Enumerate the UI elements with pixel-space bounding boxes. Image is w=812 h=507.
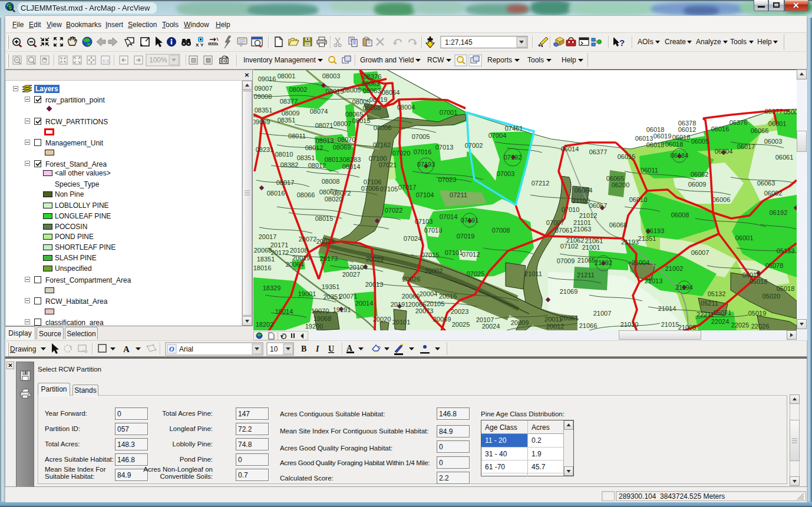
svg-text:21013: 21013 — [645, 277, 663, 284]
svg-text:05211: 05211 — [701, 300, 718, 307]
svg-text:A: A — [346, 344, 353, 353]
svg-text:06009: 06009 — [688, 181, 707, 188]
svg-text:20025: 20025 — [452, 321, 470, 328]
svg-text:07061: 07061 — [555, 227, 573, 234]
svg-text:18016: 18016 — [253, 264, 271, 271]
svg-text:08015: 08015 — [352, 117, 371, 124]
svg-text:05133: 05133 — [777, 247, 795, 254]
svg-text:20105: 20105 — [427, 300, 445, 307]
svg-text:08063: 08063 — [363, 87, 381, 94]
svg-text:U: U — [328, 344, 334, 353]
svg-text:06061: 06061 — [775, 154, 794, 161]
svg-text:20072: 20072 — [299, 236, 317, 243]
svg-text:05020: 05020 — [763, 293, 781, 300]
svg-text:08019: 08019 — [369, 96, 388, 103]
svg-text:07001: 07001 — [440, 109, 458, 116]
svg-text:08006: 08006 — [374, 124, 392, 131]
svg-text:07020: 07020 — [392, 150, 411, 157]
svg-text:08074: 08074 — [310, 108, 328, 115]
svg-text:08013: 08013 — [325, 156, 343, 163]
svg-text:06018: 06018 — [672, 134, 691, 141]
svg-text:07191: 07191 — [461, 217, 479, 224]
svg-text:08010: 08010 — [275, 151, 293, 158]
svg-text:Tools: Tools — [527, 56, 544, 64]
svg-text:20013: 20013 — [365, 281, 384, 288]
svg-text:06062: 06062 — [691, 171, 709, 178]
svg-text:07102: 07102 — [560, 243, 579, 250]
svg-text:20351: 20351 — [560, 314, 579, 322]
svg-text:21351: 21351 — [638, 235, 656, 242]
svg-text:07103: 07103 — [415, 218, 433, 225]
svg-text:08012: 08012 — [305, 144, 324, 151]
svg-text:07211: 07211 — [450, 191, 467, 198]
svg-text:20026: 20026 — [402, 276, 421, 283]
svg-text:20014: 20014 — [355, 300, 374, 307]
svg-text:A: A — [123, 344, 130, 354]
svg-text:07008: 07008 — [492, 227, 510, 234]
svg-text:06004: 06004 — [715, 148, 733, 155]
svg-text:07004: 07004 — [488, 132, 507, 139]
svg-text:22211: 22211 — [697, 311, 714, 318]
svg-text:06005: 06005 — [691, 138, 709, 145]
svg-text:20066: 20066 — [402, 293, 420, 300]
svg-text:05071: 05071 — [714, 309, 732, 316]
svg-text:08007: 08007 — [334, 120, 352, 127]
svg-text:09007: 09007 — [255, 85, 273, 92]
svg-text:08012: 08012 — [308, 162, 326, 169]
svg-text:20015: 20015 — [316, 238, 335, 245]
svg-text:21065: 21065 — [577, 257, 596, 264]
svg-text:06068: 06068 — [609, 221, 628, 228]
svg-text:08016: 08016 — [267, 190, 285, 197]
svg-text:Arial: Arial — [179, 345, 193, 353]
svg-text:05078: 05078 — [765, 262, 784, 269]
svg-text:20071: 20071 — [339, 293, 358, 300]
svg-text:20068: 20068 — [254, 247, 272, 254]
svg-text:08004: 08004 — [397, 104, 415, 111]
svg-text:08008: 08008 — [322, 178, 340, 185]
svg-text:08013: 08013 — [316, 137, 334, 144]
svg-text:20023: 20023 — [451, 308, 469, 315]
svg-text:19200: 19200 — [305, 323, 324, 330]
svg-text:20351: 20351 — [324, 293, 342, 300]
svg-text:100%: 100% — [149, 56, 167, 64]
svg-text:20064: 20064 — [286, 261, 304, 268]
svg-text:07021: 07021 — [379, 161, 397, 168]
svg-text:06066: 06066 — [751, 127, 769, 134]
svg-text:06019: 06019 — [653, 132, 672, 140]
svg-text:06193: 06193 — [646, 227, 665, 234]
svg-text:06008: 06008 — [671, 211, 689, 218]
svg-text:08014: 08014 — [342, 163, 361, 170]
svg-text:07012: 07012 — [462, 251, 480, 258]
svg-text:07014: 07014 — [440, 213, 458, 220]
svg-text:20009: 20009 — [511, 319, 529, 326]
svg-text:X: X — [196, 42, 199, 48]
svg-text:09016: 09016 — [258, 75, 276, 82]
svg-text:07015: 07015 — [421, 251, 440, 259]
svg-text:07010: 07010 — [562, 206, 580, 213]
svg-text:07007: 07007 — [546, 219, 565, 226]
svg-text:21007: 21007 — [593, 310, 612, 317]
svg-text:20069: 20069 — [433, 316, 451, 323]
svg-text:20073: 20073 — [415, 307, 434, 314]
svg-text:AOIs: AOIs — [638, 38, 653, 46]
svg-text:Y: Y — [200, 42, 204, 48]
svg-text:06003: 06003 — [764, 138, 783, 145]
svg-text:05132: 05132 — [708, 290, 726, 297]
svg-text:08351: 08351 — [255, 107, 273, 114]
svg-text:07105: 07105 — [380, 185, 398, 193]
svg-text:05377: 05377 — [765, 108, 783, 115]
svg-text:21014: 21014 — [658, 305, 676, 312]
svg-text:21211: 21211 — [577, 271, 595, 279]
svg-text:07025: 07025 — [467, 270, 485, 277]
svg-text:20171: 20171 — [270, 241, 289, 248]
svg-text:20108: 20108 — [290, 247, 308, 254]
svg-text:18202: 18202 — [256, 321, 274, 328]
svg-text:21100: 21100 — [572, 197, 590, 204]
svg-text:rawing: rawing — [15, 345, 36, 353]
svg-text:08064: 08064 — [382, 89, 400, 96]
svg-text:20011: 20011 — [544, 316, 562, 323]
svg-text:07193: 07193 — [417, 161, 435, 168]
svg-text:06064: 06064 — [575, 187, 593, 194]
svg-text:20104: 20104 — [349, 264, 368, 271]
svg-text:RCW: RCW — [427, 56, 444, 64]
